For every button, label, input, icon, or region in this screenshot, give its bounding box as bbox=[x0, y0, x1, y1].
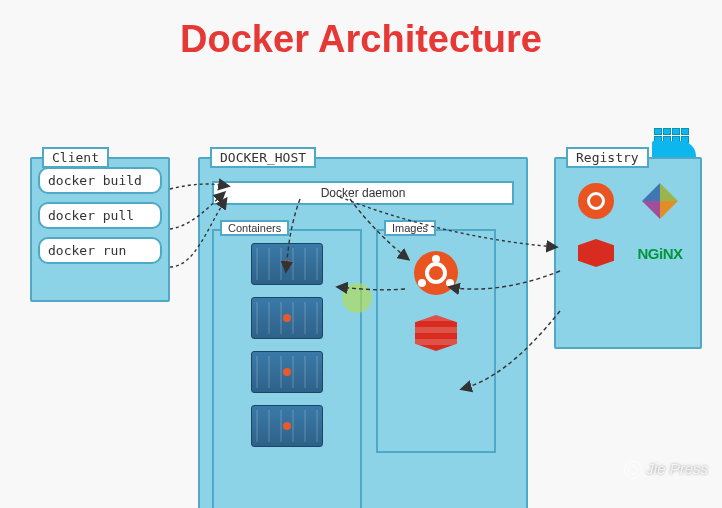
ubuntu-registry-icon bbox=[566, 177, 626, 225]
centos-registry-icon bbox=[630, 177, 690, 225]
docker-host-box: DOCKER_HOST Docker daemon Containers Ima… bbox=[198, 157, 528, 508]
highlight-dot bbox=[342, 283, 372, 313]
redis-registry-icon bbox=[566, 229, 626, 277]
nginx-registry-icon: NGiNX bbox=[630, 229, 690, 277]
container-icon bbox=[251, 243, 323, 285]
page-title: Docker Architecture bbox=[0, 0, 722, 71]
cmd-docker-run: docker run bbox=[38, 237, 162, 264]
client-label: Client bbox=[42, 147, 109, 168]
host-label: DOCKER_HOST bbox=[210, 147, 316, 168]
architecture-diagram: Client docker build docker pull docker r… bbox=[0, 71, 722, 491]
container-icon bbox=[251, 351, 323, 393]
redis-image-icon bbox=[415, 315, 457, 351]
client-box: Client docker build docker pull docker r… bbox=[30, 157, 170, 302]
images-box: Images bbox=[376, 229, 496, 453]
registry-box: Registry NGiNX bbox=[554, 157, 702, 349]
containers-box: Containers bbox=[212, 229, 362, 508]
containers-label: Containers bbox=[220, 220, 289, 236]
cmd-docker-build: docker build bbox=[38, 167, 162, 194]
container-icon bbox=[251, 297, 323, 339]
images-label: Images bbox=[384, 220, 436, 236]
watermark-icon bbox=[624, 461, 642, 479]
docker-daemon-bar: Docker daemon bbox=[212, 181, 514, 205]
ubuntu-image-icon bbox=[414, 251, 458, 295]
cmd-docker-pull: docker pull bbox=[38, 202, 162, 229]
registry-label: Registry bbox=[566, 147, 649, 168]
container-icon bbox=[251, 405, 323, 447]
watermark: Jie Press bbox=[624, 460, 708, 479]
